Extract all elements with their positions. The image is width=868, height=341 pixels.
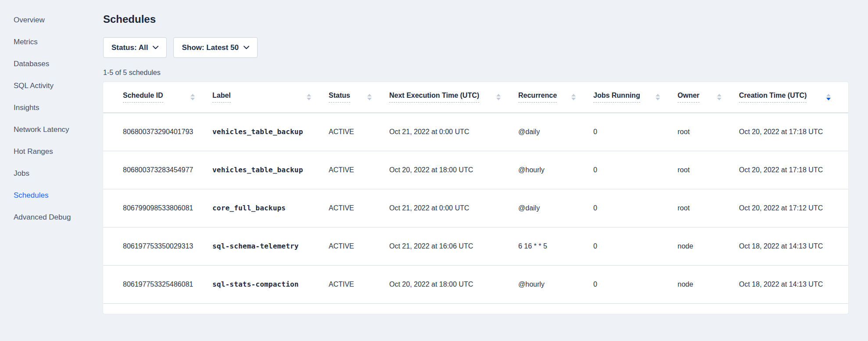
results-count: 1-5 of 5 schedules bbox=[103, 69, 848, 77]
cell-label: sql-schema-telemetry bbox=[212, 227, 329, 265]
column-header-label: Label bbox=[212, 92, 231, 103]
sort-up-arrow-icon bbox=[826, 94, 831, 96]
sort-down-arrow-icon bbox=[656, 98, 660, 100]
cell-schedule-id: 806800373290401793 bbox=[103, 113, 212, 151]
column-header-owner[interactable]: Owner bbox=[678, 82, 739, 113]
show-latest-filter-dropdown[interactable]: Show: Latest 50 bbox=[173, 37, 257, 58]
table-row: 806197753325486081sql-stats-compactionAC… bbox=[103, 265, 848, 303]
sidebar-item-network-latency[interactable]: Network Latency bbox=[0, 119, 92, 141]
cell-status: ACTIVE bbox=[329, 265, 389, 303]
sort-arrows-icon bbox=[656, 94, 660, 100]
sidebar-item-overview[interactable]: Overview bbox=[0, 9, 92, 31]
sort-down-arrow-icon bbox=[496, 98, 501, 100]
cell-label: vehicles_table_backup bbox=[212, 113, 329, 151]
cell-schedule-id: 806800373283454977 bbox=[103, 151, 212, 189]
sort-up-arrow-icon bbox=[190, 94, 195, 96]
sort-up-arrow-icon bbox=[367, 94, 372, 96]
cell-owner: root bbox=[678, 189, 739, 227]
sidebar-item-insights[interactable]: Insights bbox=[0, 97, 92, 119]
cell-recurrence: @daily bbox=[518, 113, 593, 151]
cell-status: ACTIVE bbox=[329, 151, 389, 189]
cell-status: ACTIVE bbox=[329, 227, 389, 265]
sort-arrows-icon bbox=[496, 94, 501, 100]
sort-arrows-icon bbox=[190, 94, 195, 100]
sort-arrows-icon bbox=[367, 94, 372, 100]
chevron-down-icon bbox=[153, 46, 158, 50]
column-header-next-execution-time-utc[interactable]: Next Execution Time (UTC) bbox=[389, 82, 518, 113]
table-row: 806800373290401793vehicles_table_backupA… bbox=[103, 113, 848, 151]
filter-bar: Status: All Show: Latest 50 bbox=[103, 37, 848, 58]
sort-up-arrow-icon bbox=[496, 94, 501, 96]
column-header-status[interactable]: Status bbox=[329, 82, 389, 113]
cell-owner: node bbox=[678, 265, 739, 303]
cell-owner: node bbox=[678, 227, 739, 265]
sort-arrows-icon bbox=[717, 94, 721, 100]
sort-down-arrow-icon bbox=[571, 98, 576, 100]
cell-schedule-id: 806197753350029313 bbox=[103, 227, 212, 265]
page-title: Schedules bbox=[103, 0, 848, 25]
schedules-table: Schedule ID Label Status Next Execution … bbox=[103, 82, 848, 304]
column-header-label: Recurrence bbox=[518, 92, 557, 103]
column-header-creation-time-utc[interactable]: Creation Time (UTC) bbox=[739, 82, 848, 113]
cell-next-execution-time: Oct 21, 2022 at 0:00 UTC bbox=[389, 189, 518, 227]
cell-owner: root bbox=[678, 113, 739, 151]
cell-status: ACTIVE bbox=[329, 113, 389, 151]
sort-down-arrow-icon bbox=[826, 98, 831, 100]
cell-owner: root bbox=[678, 151, 739, 189]
sort-arrows-icon bbox=[826, 94, 831, 100]
cell-creation-time: Oct 20, 2022 at 17:18 UTC bbox=[739, 151, 848, 189]
table-row: 806799098533806081core_full_backupsACTIV… bbox=[103, 189, 848, 227]
cell-creation-time: Oct 20, 2022 at 17:18 UTC bbox=[739, 113, 848, 151]
cell-recurrence: 6 16 * * 5 bbox=[518, 227, 593, 265]
sidebar-item-jobs[interactable]: Jobs bbox=[0, 163, 92, 185]
sort-up-arrow-icon bbox=[571, 94, 576, 96]
column-header-recurrence[interactable]: Recurrence bbox=[518, 82, 593, 113]
cell-creation-time: Oct 18, 2022 at 14:13 UTC bbox=[739, 265, 848, 303]
cell-recurrence: @daily bbox=[518, 189, 593, 227]
column-header-jobs-running[interactable]: Jobs Running bbox=[593, 82, 678, 113]
cell-next-execution-time: Oct 21, 2022 at 0:00 UTC bbox=[389, 113, 518, 151]
sort-arrows-icon bbox=[571, 94, 576, 100]
cell-label: core_full_backups bbox=[212, 189, 329, 227]
show-latest-filter-label: Show: Latest 50 bbox=[182, 43, 238, 52]
sidebar-item-databases[interactable]: Databases bbox=[0, 53, 92, 75]
schedules-table-card: Schedule ID Label Status Next Execution … bbox=[103, 82, 848, 314]
cell-label: vehicles_table_backup bbox=[212, 151, 329, 189]
cell-creation-time: Oct 18, 2022 at 14:13 UTC bbox=[739, 227, 848, 265]
chevron-down-icon bbox=[244, 46, 249, 50]
cell-next-execution-time: Oct 20, 2022 at 18:00 UTC bbox=[389, 151, 518, 189]
sort-down-arrow-icon bbox=[367, 98, 372, 100]
column-header-label: Next Execution Time (UTC) bbox=[389, 92, 479, 103]
cell-jobs-running: 0 bbox=[593, 113, 678, 151]
sort-up-arrow-icon bbox=[656, 94, 660, 96]
column-header-label[interactable]: Label bbox=[212, 82, 329, 113]
cell-jobs-running: 0 bbox=[593, 227, 678, 265]
status-filter-dropdown[interactable]: Status: All bbox=[103, 37, 167, 58]
sort-down-arrow-icon bbox=[190, 98, 195, 100]
cell-next-execution-time: Oct 20, 2022 at 18:00 UTC bbox=[389, 265, 518, 303]
cell-status: ACTIVE bbox=[329, 189, 389, 227]
status-filter-label: Status: All bbox=[111, 43, 148, 52]
column-header-schedule-id[interactable]: Schedule ID bbox=[103, 82, 212, 113]
sidebar-item-metrics[interactable]: Metrics bbox=[0, 31, 92, 53]
sidebar-item-advanced-debug[interactable]: Advanced Debug bbox=[0, 206, 92, 228]
sidebar-item-hot-ranges[interactable]: Hot Ranges bbox=[0, 141, 92, 163]
cell-jobs-running: 0 bbox=[593, 189, 678, 227]
column-header-label: Schedule ID bbox=[123, 92, 163, 103]
table-row: 806197753350029313sql-schema-telemetryAC… bbox=[103, 227, 848, 265]
cell-label: sql-stats-compaction bbox=[212, 265, 329, 303]
sidebar-item-schedules[interactable]: Schedules bbox=[0, 185, 92, 206]
cell-recurrence: @hourly bbox=[518, 265, 593, 303]
column-header-label: Status bbox=[329, 92, 350, 103]
cell-recurrence: @hourly bbox=[518, 151, 593, 189]
cell-schedule-id: 806197753325486081 bbox=[103, 265, 212, 303]
main-content: Schedules Status: All Show: Latest 50 1-… bbox=[103, 0, 848, 314]
sort-up-arrow-icon bbox=[717, 94, 721, 96]
column-header-label: Jobs Running bbox=[593, 92, 640, 103]
sidebar-item-sql-activity[interactable]: SQL Activity bbox=[0, 75, 92, 97]
sort-down-arrow-icon bbox=[717, 98, 721, 100]
cell-next-execution-time: Oct 21, 2022 at 16:06 UTC bbox=[389, 227, 518, 265]
cell-jobs-running: 0 bbox=[593, 151, 678, 189]
sidebar-nav: OverviewMetricsDatabasesSQL ActivityInsi… bbox=[0, 0, 92, 228]
sort-down-arrow-icon bbox=[307, 98, 311, 100]
